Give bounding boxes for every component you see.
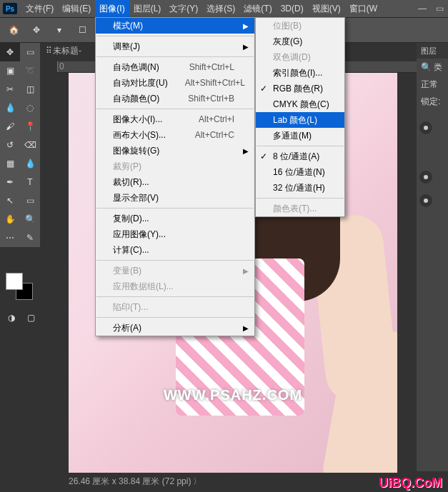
menu-layer[interactable]: 图层(L): [129, 0, 166, 18]
menu-item-analysis[interactable]: 分析(A)▶: [96, 320, 254, 336]
drag-handle-icon[interactable]: ⠿: [46, 46, 53, 56]
artboard-tool-icon[interactable]: ▭: [20, 43, 40, 61]
hand-tool-icon[interactable]: ✋: [0, 210, 20, 229]
status-dimensions: 26.46 厘米 x 38.84 厘米 (72 ppi): [69, 476, 191, 486]
eraser-tool-icon[interactable]: ⌫: [20, 136, 40, 154]
document-tab[interactable]: ⠿ 未标题-: [46, 43, 81, 59]
move-tool-icon[interactable]: ✥: [29, 22, 44, 38]
dropdown-icon[interactable]: ▾: [51, 22, 67, 38]
blur-tool-icon[interactable]: 💧: [20, 154, 40, 173]
submenu-arrow-icon: ▶: [243, 267, 249, 275]
toolbox: ✥ ▭ ▣ ➰ ✂ ◫ 💧 ◌ 🖌 📍 ↺ ⌫ ▦ 💧 ✒ T ↖ ▭ ✋ 🔍 …: [0, 43, 40, 247]
menu-edit[interactable]: 编辑(E): [58, 0, 95, 18]
document-title: 未标题-: [53, 45, 81, 57]
menu-item-image-size[interactable]: 图像大小(I)...Alt+Ctrl+I: [96, 111, 254, 127]
menu-item-crop: 裁剪(P): [96, 159, 254, 174]
menu-item-grayscale[interactable]: 灰度(G): [256, 34, 344, 49]
move-tool-icon[interactable]: ✥: [0, 43, 20, 61]
clone-tool-icon[interactable]: 📍: [20, 117, 40, 136]
patch-tool-icon[interactable]: ◌: [20, 99, 40, 117]
visibility-icon[interactable]: [419, 194, 432, 207]
more-tools-icon[interactable]: ⋯: [0, 229, 20, 247]
menu-item-canvas-size[interactable]: 画布大小(S)...Alt+Ctrl+C: [96, 127, 254, 143]
watermark-corner: UiBQ.CoM: [379, 476, 442, 491]
menu-item-color-table: 颜色表(T)...: [256, 201, 344, 216]
type-tool-icon[interactable]: T: [20, 173, 40, 191]
menu-item-rgb[interactable]: ✓RGB 颜色(R): [256, 81, 344, 96]
ruler-tick: 0: [57, 61, 100, 72]
eyedropper-tool-icon[interactable]: 💧: [0, 99, 20, 117]
menu-item-apply-image[interactable]: 应用图像(Y)...: [96, 226, 254, 242]
menu-3d[interactable]: 3D(D): [277, 1, 308, 16]
submenu-arrow-icon: ▶: [243, 22, 249, 30]
menu-item-cmyk[interactable]: CMYK 颜色(C): [256, 96, 344, 112]
menu-image[interactable]: 图像(I): [95, 0, 129, 18]
menu-type[interactable]: 文字(Y): [165, 0, 202, 18]
lasso-tool-icon[interactable]: ➰: [20, 61, 40, 80]
submenu-arrow-icon: ▶: [243, 324, 249, 332]
lock-label: 锁定:: [421, 96, 440, 108]
layer-type-label: 类: [434, 61, 442, 74]
menu-item-16bit[interactable]: 16 位/通道(N): [256, 164, 344, 180]
menu-item-mode[interactable]: 模式(M)▶: [96, 18, 254, 34]
status-arrow-icon[interactable]: 〉: [193, 476, 201, 486]
menu-item-32bit[interactable]: 32 位/通道(H): [256, 180, 344, 196]
screenmode-icon[interactable]: ▢: [22, 310, 39, 326]
menu-item-indexed[interactable]: 索引颜色(I)...: [256, 65, 344, 81]
pen-tool-icon[interactable]: ✒: [0, 173, 20, 191]
menu-item-reveal-all[interactable]: 显示全部(V): [96, 190, 254, 206]
mode-submenu: 位图(B) 灰度(G) 双色调(D) 索引颜色(I)... ✓RGB 颜色(R)…: [255, 17, 345, 217]
menu-item-duplicate[interactable]: 复制(D)...: [96, 211, 254, 226]
menu-select[interactable]: 选择(S): [202, 0, 239, 18]
quickmask-icon[interactable]: ◑: [3, 310, 20, 326]
brush-tool-icon[interactable]: 🖌: [0, 117, 20, 136]
visibility-icon[interactable]: [419, 121, 432, 134]
menu-item-calculations[interactable]: 计算(C)...: [96, 242, 254, 258]
gradient-tool-icon[interactable]: ▦: [0, 154, 20, 173]
menu-item-variables: 变量(B)▶: [96, 263, 254, 278]
menu-view[interactable]: 视图(V): [308, 0, 345, 18]
window-maximize-icon[interactable]: ▭: [431, 4, 448, 14]
menu-item-8bit[interactable]: ✓8 位/通道(A): [256, 149, 344, 164]
menu-item-lab[interactable]: Lab 颜色(L): [256, 112, 344, 128]
submenu-arrow-icon: ▶: [243, 43, 249, 51]
foreground-color-swatch[interactable]: [6, 273, 23, 290]
menu-item-apply-dataset: 应用数据组(L)...: [96, 278, 254, 294]
shape-tool-icon[interactable]: ▭: [20, 191, 40, 210]
app-icon: Ps: [3, 3, 17, 14]
menu-item-trim[interactable]: 裁切(R)...: [96, 174, 254, 190]
menu-item-duotone: 双色调(D): [256, 49, 344, 65]
history-brush-icon[interactable]: ↺: [0, 136, 20, 154]
menu-item-auto-color[interactable]: 自动颜色(O)Shift+Ctrl+B: [96, 91, 254, 106]
home-icon[interactable]: 🏠: [6, 22, 21, 38]
blend-mode[interactable]: 正常: [421, 79, 438, 91]
menu-file[interactable]: 文件(F): [21, 0, 58, 18]
menubar: Ps 文件(F) 编辑(E) 图像(I) 图层(L) 文字(Y) 选择(S) 滤…: [0, 0, 448, 17]
menu-item-auto-contrast[interactable]: 自动对比度(U)Alt+Shift+Ctrl+L: [96, 75, 254, 91]
menu-filter[interactable]: 滤镜(T): [239, 0, 276, 18]
marquee-tool-icon[interactable]: ▣: [0, 61, 20, 80]
menu-item-multichannel[interactable]: 多通道(M): [256, 128, 344, 144]
menu-item-auto-tone[interactable]: 自动色调(N)Shift+Ctrl+L: [96, 59, 254, 75]
menu-item-adjustments[interactable]: 调整(J)▶: [96, 39, 254, 54]
menu-item-bitmap: 位图(B): [256, 18, 344, 34]
crop-tool-icon[interactable]: ✂: [0, 80, 20, 99]
check-icon: ✓: [260, 151, 267, 161]
check-icon: ✓: [260, 84, 267, 94]
edit-toolbar-icon[interactable]: ✎: [20, 229, 40, 247]
path-tool-icon[interactable]: ↖: [0, 191, 20, 210]
color-swatches[interactable]: [6, 273, 34, 301]
status-bar: 26.46 厘米 x 38.84 厘米 (72 ppi) 〉: [69, 476, 201, 488]
search-icon[interactable]: 🔍: [421, 62, 432, 72]
window-minimize-icon[interactable]: —: [414, 4, 431, 14]
tab-layers[interactable]: 图层: [417, 46, 441, 56]
menu-item-image-rotation[interactable]: 图像旋转(G)▶: [96, 143, 254, 159]
checkbox-icon[interactable]: ☐: [74, 22, 90, 38]
frame-tool-icon[interactable]: ◫: [20, 80, 40, 99]
zoom-tool-icon[interactable]: 🔍: [20, 210, 40, 229]
watermark-main: WWW.PSAHZ.COM: [69, 387, 397, 403]
panels-right: 图层 🔍 类 正常 锁定:: [417, 43, 448, 471]
visibility-icon[interactable]: [419, 171, 432, 184]
menu-window[interactable]: 窗口(W: [345, 0, 382, 18]
image-menu: 模式(M)▶ 调整(J)▶ 自动色调(N)Shift+Ctrl+L 自动对比度(…: [95, 17, 255, 336]
